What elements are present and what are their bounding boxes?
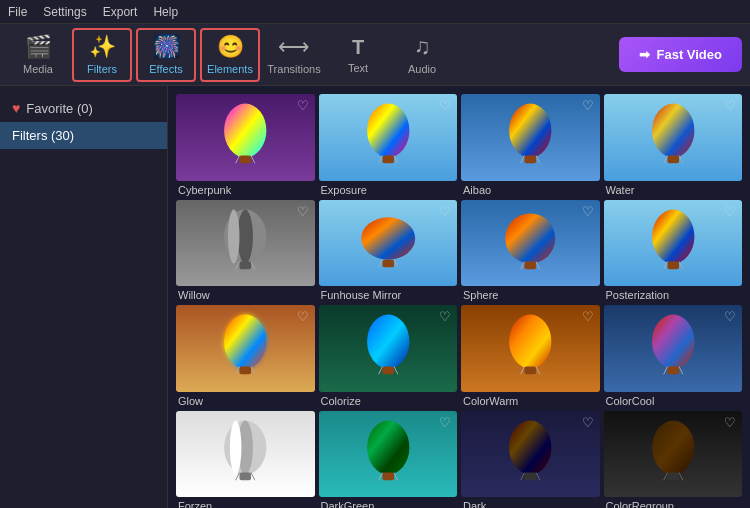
item-label-dark: Dark — [461, 500, 600, 508]
sidebar-item-favorite[interactable]: ♥ Favorite (0) — [0, 94, 167, 122]
svg-line-20 — [236, 261, 240, 269]
svg-point-30 — [652, 209, 694, 263]
item-label-colorwarm: ColorWarm — [461, 395, 600, 407]
grid-item-dark[interactable]: ♡ Dark — [461, 411, 600, 508]
effects-grid: ♡ Cyberpunk ♡ Exposure — [176, 94, 742, 508]
toolbar-text[interactable]: T Text — [328, 28, 388, 82]
svg-rect-39 — [382, 367, 394, 375]
item-label-willow: Willow — [176, 289, 315, 301]
grid-area[interactable]: ♡ Cyberpunk ♡ Exposure — [168, 86, 750, 508]
svg-line-32 — [663, 261, 667, 269]
menu-settings[interactable]: Settings — [43, 5, 86, 19]
grid-item-darkgreen[interactable]: ♡ DarkGreen — [319, 411, 458, 508]
svg-point-0 — [224, 104, 266, 158]
heart-badge: ♡ — [297, 309, 309, 324]
menu-bar: File Settings Export Help — [0, 0, 750, 24]
svg-rect-31 — [667, 261, 679, 269]
svg-line-44 — [521, 367, 525, 375]
fast-video-icon: ➡ — [639, 47, 650, 62]
toolbar-effects[interactable]: 🎆 Effects — [136, 28, 196, 82]
heart-badge: ♡ — [582, 98, 594, 113]
toolbar-elements-label: Elements — [207, 63, 253, 75]
item-label-colorcool: ColorCool — [604, 395, 743, 407]
toolbar-text-label: Text — [348, 62, 368, 74]
heart-badge: ♡ — [439, 415, 451, 430]
grid-item-sphere[interactable]: ♡ Sphere — [461, 200, 600, 302]
toolbar-transitions-label: Transitions — [267, 63, 320, 75]
svg-rect-9 — [524, 156, 536, 164]
svg-point-18 — [228, 209, 240, 263]
menu-file[interactable]: File — [8, 5, 27, 19]
sidebar-item-filters[interactable]: Filters (30) — [0, 122, 167, 149]
svg-point-60 — [509, 420, 551, 474]
toolbar-audio[interactable]: ♫ Audio — [392, 28, 452, 82]
svg-point-12 — [652, 104, 694, 158]
sidebar-favorite-label: Favorite (0) — [26, 101, 92, 116]
grid-item-colorcool[interactable]: ♡ ColorCool — [604, 305, 743, 407]
toolbar-elements[interactable]: 😊 Elements — [200, 28, 260, 82]
menu-help[interactable]: Help — [153, 5, 178, 19]
svg-line-67 — [679, 472, 683, 480]
svg-point-34 — [224, 315, 266, 369]
grid-item-cyberpunk[interactable]: ♡ Cyberpunk — [176, 94, 315, 196]
grid-item-colorwarm[interactable]: ♡ ColorWarm — [461, 305, 600, 407]
grid-item-posterization[interactable]: ♡ Posterization — [604, 200, 743, 302]
svg-point-38 — [367, 315, 409, 369]
svg-line-41 — [394, 367, 398, 375]
svg-point-52 — [230, 420, 242, 474]
svg-rect-61 — [524, 472, 536, 480]
svg-line-66 — [663, 472, 667, 480]
heart-badge: ♡ — [724, 204, 736, 219]
grid-item-aibao[interactable]: ♡ Aibao — [461, 94, 600, 196]
svg-point-8 — [509, 104, 551, 158]
svg-rect-5 — [382, 156, 394, 164]
main-content: ♥ Favorite (0) Filters (30) ♡ — [0, 86, 750, 508]
heart-badge: ♡ — [724, 309, 736, 324]
grid-item-forzen[interactable]: ♡ Forzen — [176, 411, 315, 508]
svg-rect-13 — [667, 156, 679, 164]
svg-line-15 — [679, 156, 683, 164]
item-label-colorregroup: ColorRegroup — [604, 500, 743, 508]
heart-badge: ♡ — [724, 415, 736, 430]
svg-point-22 — [361, 217, 415, 259]
svg-line-45 — [536, 367, 540, 375]
menu-export[interactable]: Export — [103, 5, 138, 19]
svg-point-17 — [238, 209, 253, 263]
grid-item-water[interactable]: ♡ Water — [604, 94, 743, 196]
item-label-aibao: Aibao — [461, 184, 600, 196]
filters-icon: ✨ — [89, 34, 116, 60]
toolbar-media[interactable]: 🎬 Media — [8, 28, 68, 82]
svg-rect-47 — [667, 367, 679, 375]
grid-item-glow[interactable]: ♡ Glow — [176, 305, 315, 407]
item-label-colorize: Colorize — [319, 395, 458, 407]
heart-badge: ♡ — [297, 204, 309, 219]
sidebar-filters-label: Filters (30) — [12, 128, 74, 143]
item-label-cyberpunk: Cyberpunk — [176, 184, 315, 196]
svg-rect-53 — [239, 472, 251, 480]
heart-icon: ♥ — [12, 100, 20, 116]
svg-line-3 — [251, 156, 255, 164]
fast-video-button[interactable]: ➡ Fast Video — [619, 37, 742, 72]
svg-line-14 — [663, 156, 667, 164]
svg-line-25 — [394, 259, 398, 267]
item-label-forzen: Forzen — [176, 500, 315, 508]
svg-line-29 — [536, 261, 540, 269]
heart-badge: ♡ — [582, 309, 594, 324]
toolbar-filters[interactable]: ✨ Filters — [72, 28, 132, 82]
grid-item-exposure[interactable]: ♡ Exposure — [319, 94, 458, 196]
toolbar-transitions[interactable]: ⟷ Transitions — [264, 28, 324, 82]
svg-line-33 — [679, 261, 683, 269]
svg-line-48 — [663, 367, 667, 375]
transitions-icon: ⟷ — [278, 34, 310, 60]
svg-point-4 — [367, 104, 409, 158]
svg-line-6 — [378, 156, 382, 164]
grid-item-willow[interactable]: ♡ Willow — [176, 200, 315, 302]
grid-item-colorize[interactable]: ♡ Colorize — [319, 305, 458, 407]
svg-rect-23 — [382, 259, 394, 267]
grid-item-colorregroup[interactable]: ♡ ColorRegroup — [604, 411, 743, 508]
heart-badge: ♡ — [297, 415, 309, 430]
svg-line-7 — [394, 156, 398, 164]
grid-item-funhouse[interactable]: ♡ Funhouse Mirror — [319, 200, 458, 302]
item-label-exposure: Exposure — [319, 184, 458, 196]
svg-line-37 — [251, 367, 255, 375]
